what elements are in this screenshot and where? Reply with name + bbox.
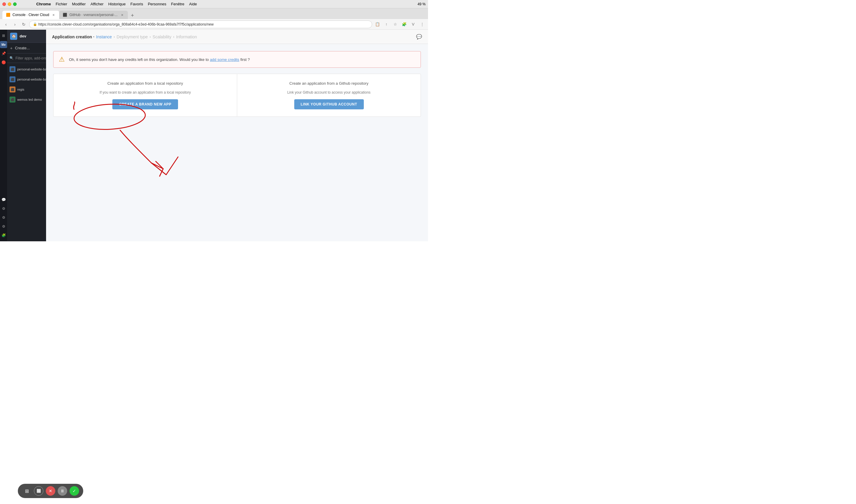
menu-modifier[interactable]: Modifier xyxy=(72,2,86,6)
local-card-desc: If you want to create an application fro… xyxy=(100,90,191,95)
local-card-title: Create an application from a local repos… xyxy=(107,81,183,86)
header-action-icon[interactable]: 💬 xyxy=(416,34,422,39)
menu-fenetre[interactable]: Fenêtre xyxy=(171,2,184,6)
create-label: Create... xyxy=(15,46,30,50)
app-icon: ⬛ xyxy=(10,66,16,72)
page-title: Application creation · xyxy=(52,35,94,39)
tab-title-1: Console · Clever Cloud xyxy=(13,13,49,17)
app-layout: ⊞ Me 📌 🔴 💬 ⚙ ⚙ ⚙ 🧩 🏠 dev + Create... ▶ 🔍 xyxy=(0,30,428,241)
profile-icon[interactable]: V xyxy=(410,21,417,28)
grid-icon[interactable]: ⊞ xyxy=(0,32,7,39)
sep-3: › xyxy=(173,35,174,39)
lock-icon: 🔒 xyxy=(33,22,37,26)
warning-text-after: first ? xyxy=(240,57,250,62)
local-repo-card: Create an application from a local repos… xyxy=(53,74,237,117)
menu-afficher[interactable]: Afficher xyxy=(90,2,103,6)
minimize-button[interactable] xyxy=(8,2,11,6)
menu-icon[interactable]: ⋮ xyxy=(418,21,426,28)
sep-2: › xyxy=(149,35,151,39)
menu-favoris[interactable]: Favoris xyxy=(130,2,143,6)
share-icon[interactable]: ↑ xyxy=(383,21,390,28)
puzzle-icon[interactable]: 🧩 xyxy=(0,232,7,239)
app-icon: ⬛ xyxy=(10,76,16,82)
search-icon: 🔍 xyxy=(10,56,14,60)
github-repo-card: Create an application from a Github repo… xyxy=(237,74,421,117)
menu-aide[interactable]: Aide xyxy=(189,2,197,6)
tab-bar: 🟧 Console · Clever Cloud ✕ ⬛ GitHub · vv… xyxy=(0,8,428,19)
tab-favicon-1: 🟧 xyxy=(6,13,10,17)
plus-icon: + xyxy=(10,46,13,51)
svg-line-2 xyxy=(160,169,163,176)
menu-personnes[interactable]: Personnes xyxy=(148,2,166,6)
step-information: Information xyxy=(176,35,197,39)
svg-line-1 xyxy=(156,161,163,169)
chat-icon[interactable]: 💬 xyxy=(0,196,7,203)
breadcrumb: Application creation · Instance › Deploy… xyxy=(52,35,197,39)
main-content: Application creation · Instance › Deploy… xyxy=(46,30,428,241)
refresh-button[interactable]: ↻ xyxy=(20,21,27,28)
titlebar-right: 49 % xyxy=(417,2,426,6)
cards-container: Create an application from a local repos… xyxy=(53,74,421,117)
address-bar-row: ‹ › ↻ 🔒 https://console.clever-cloud.com… xyxy=(0,19,428,30)
menu-fichier[interactable]: Fichier xyxy=(56,2,67,6)
alert-icon[interactable]: 🔴 xyxy=(0,59,7,66)
traffic-lights xyxy=(2,2,17,6)
menu-chrome[interactable]: Chrome xyxy=(36,2,51,6)
reader-icon[interactable]: 📋 xyxy=(374,21,381,28)
tab-clever-cloud[interactable]: 🟧 Console · Clever Cloud ✕ xyxy=(2,11,59,19)
extension-icon[interactable]: 🧩 xyxy=(401,21,408,28)
url-text: https://console.clever-cloud.com/organis… xyxy=(38,22,214,26)
back-button[interactable]: ‹ xyxy=(2,21,10,28)
warning-banner: ⚠ Oh, it seems you don't have any credit… xyxy=(53,51,421,68)
menu-bar: Chrome Fichier Modifier Afficher Histori… xyxy=(36,2,197,6)
sidebar: ⊞ Me 📌 🔴 💬 ⚙ ⚙ ⚙ 🧩 🏠 dev + Create... ▶ 🔍 xyxy=(0,30,46,241)
step-instance[interactable]: Instance xyxy=(96,35,112,39)
add-credits-link[interactable]: add some credits xyxy=(210,57,239,62)
sep-1: › xyxy=(113,35,115,39)
plugin-icon[interactable]: ⚙ xyxy=(0,223,7,230)
app-icon: ⬛ xyxy=(10,96,16,103)
close-button[interactable] xyxy=(2,2,6,6)
warning-icon: ⚠ xyxy=(59,56,65,63)
step-scalability: Scalability xyxy=(153,35,171,39)
forward-button[interactable]: › xyxy=(11,21,18,28)
bookmark-icon[interactable]: ☆ xyxy=(392,21,399,28)
tab-title-2: GitHub · vvenance/personal-... xyxy=(69,13,118,17)
toolbar-icons: 📋 ↑ ☆ 🧩 V ⋮ xyxy=(374,21,426,28)
menu-historique[interactable]: Historique xyxy=(108,2,126,6)
deploy-icon[interactable]: ⚙ xyxy=(0,205,7,212)
github-card-title: Create an application from a Github repo… xyxy=(289,81,369,86)
header-right: 💬 xyxy=(416,34,422,39)
org-name: dev xyxy=(20,34,26,38)
new-tab-button[interactable]: + xyxy=(129,12,136,19)
tab-close-2[interactable]: ✕ xyxy=(120,13,124,17)
titlebar: Chrome Fichier Modifier Afficher Histori… xyxy=(0,0,428,8)
warning-text-before: Oh, it seems you don't have any credits … xyxy=(69,57,209,62)
github-card-desc: Link your Github account to access your … xyxy=(287,90,370,95)
org-icon: 🏠 xyxy=(10,33,17,40)
fullscreen-button[interactable] xyxy=(13,2,17,6)
warning-text: Oh, it seems you don't have any credits … xyxy=(69,57,250,62)
app-icon: ⬛ xyxy=(10,87,16,92)
tab-github[interactable]: ⬛ GitHub · vvenance/personal-... ✕ xyxy=(59,11,127,19)
battery-status: 49 % xyxy=(417,2,426,6)
content-area: ⚠ Oh, it seems you don't have any credit… xyxy=(46,44,428,241)
link-github-account-button[interactable]: LINK YOUR GITHUB ACCOUNT xyxy=(294,99,364,109)
tab-close-1[interactable]: ✕ xyxy=(51,13,56,17)
address-bar[interactable]: 🔒 https://console.clever-cloud.com/organ… xyxy=(29,20,372,28)
settings-icon[interactable]: ⚙ xyxy=(0,214,7,221)
me-button[interactable]: Me xyxy=(0,41,7,48)
sidebar-left-strip: ⊞ Me 📌 🔴 💬 ⚙ ⚙ ⚙ 🧩 xyxy=(0,30,7,241)
step-deployment: Deployment type xyxy=(117,35,148,39)
tab-favicon-2: ⬛ xyxy=(63,13,67,17)
pin-icon[interactable]: 📌 xyxy=(0,50,7,57)
create-brand-new-app-button[interactable]: CREATE A BRAND NEW APP xyxy=(112,99,178,109)
cards-row: Create an application from a local repos… xyxy=(53,74,421,117)
main-header: Application creation · Instance › Deploy… xyxy=(46,30,428,44)
